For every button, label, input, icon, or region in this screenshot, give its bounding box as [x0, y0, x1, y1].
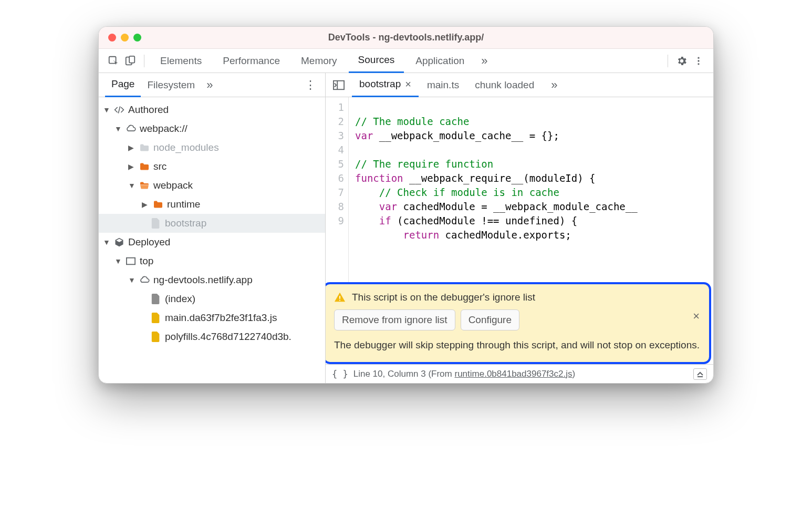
configure-button[interactable]: Configure	[461, 309, 519, 330]
tree-file-main[interactable]: main.da63f7b2fe3f1fa3.js	[99, 308, 325, 327]
tree-top[interactable]: ▼ top	[99, 252, 325, 271]
frame-icon	[125, 257, 137, 265]
tree-webpack-root[interactable]: ▼ webpack://	[99, 119, 325, 138]
tree-node-modules[interactable]: ▶ node_modules	[99, 138, 325, 157]
toolbar-separator	[144, 55, 144, 67]
tab-label: chunk loaded	[475, 79, 534, 91]
tree-label: ng-devtools.netlify.app	[153, 274, 253, 286]
tab-sources[interactable]: Sources	[349, 49, 404, 73]
file-icon	[150, 218, 162, 229]
cursor-position: Line 10, Column 3 (From runtime.0b841bad…	[353, 369, 575, 379]
tree-label: webpack	[153, 180, 193, 191]
tree-label: top	[140, 255, 153, 267]
window-title: DevTools - ng-devtools.netlify.app/	[328, 32, 484, 43]
editor-tabs-overflow-icon[interactable]: »	[551, 78, 557, 92]
tree-file-polyfills[interactable]: polyfills.4c768d7122740d3b.	[99, 327, 325, 346]
code-icon	[113, 105, 125, 115]
svg-rect-7	[334, 80, 344, 89]
tab-memory[interactable]: Memory	[292, 49, 347, 73]
scroll-to-bottom-icon[interactable]	[693, 368, 707, 380]
tree-label: node_modules	[153, 142, 219, 153]
sidebar-tabs-overflow-icon[interactable]: »	[206, 78, 213, 92]
editor-tab-chunk[interactable]: chunk loaded	[467, 73, 542, 97]
banner-body: The debugger will skip stepping through …	[334, 338, 700, 353]
chevron-down-icon: ▼	[114, 257, 122, 265]
toggle-navigator-icon[interactable]	[331, 77, 347, 93]
tree-bootstrap[interactable]: bootstrap	[99, 214, 325, 233]
editor-statusbar: { } Line 10, Column 3 (From runtime.0b84…	[326, 364, 713, 383]
file-tree: ▼ Authored ▼ webpack:// ▶ node_modules ▶	[99, 97, 325, 383]
source-map-link[interactable]: runtime.0b841bad3967f3c2.js	[454, 369, 572, 379]
cloud-icon	[139, 276, 150, 284]
code-content: // The module cache var __webpack_module…	[349, 97, 644, 285]
gear-icon[interactable]	[674, 54, 689, 68]
tab-performance[interactable]: Performance	[213, 49, 289, 73]
tree-file-index[interactable]: (index)	[99, 289, 325, 308]
close-icon[interactable]: ×	[693, 309, 700, 323]
pretty-print-icon[interactable]: { }	[332, 369, 348, 379]
sidebar-more-icon[interactable]: ⋮	[302, 78, 319, 92]
sidebar-tabs: Page Filesystem » ⋮	[99, 73, 325, 97]
chevron-down-icon: ▼	[128, 181, 136, 190]
svg-point-3	[698, 57, 699, 58]
toolbar-separator	[668, 55, 668, 67]
tree-label: src	[153, 161, 166, 172]
tab-label: main.ts	[427, 79, 459, 91]
sidebar-tab-filesystem[interactable]: Filesystem	[141, 73, 201, 97]
device-toggle-icon[interactable]	[123, 54, 138, 68]
ignore-list-banner: This script is on the debugger's ignore …	[326, 282, 711, 365]
tree-label: (index)	[165, 293, 195, 305]
minimize-window-button[interactable]	[121, 34, 129, 42]
editor-tab-bootstrap[interactable]: bootstrap ×	[352, 73, 419, 97]
line-number: 8	[326, 200, 344, 214]
line-number: 6	[326, 171, 344, 185]
chevron-down-icon: ▼	[114, 125, 122, 133]
tabs-overflow-icon[interactable]: »	[481, 54, 487, 68]
inspect-icon[interactable]	[106, 54, 121, 68]
file-js-icon	[150, 332, 162, 342]
svg-point-5	[698, 63, 699, 65]
tree-webpack-folder[interactable]: ▼ webpack	[99, 176, 325, 195]
chevron-down-icon: ▼	[128, 276, 136, 284]
titlebar: DevTools - ng-devtools.netlify.app/	[99, 27, 713, 49]
tree-group-deployed[interactable]: ▼ Deployed	[99, 233, 325, 252]
tree-label: main.da63f7b2fe3f1fa3.js	[165, 312, 277, 324]
tab-elements[interactable]: Elements	[151, 49, 211, 73]
content-area: Page Filesystem » ⋮ ▼ Authored ▼ webpack…	[99, 73, 713, 383]
line-number: 7	[326, 185, 344, 200]
file-js-icon	[150, 313, 162, 323]
editor-tab-main[interactable]: main.ts	[420, 73, 466, 97]
sources-sidebar: Page Filesystem » ⋮ ▼ Authored ▼ webpack…	[99, 73, 326, 383]
line-number: 3	[326, 129, 344, 143]
tree-label: webpack://	[140, 123, 188, 135]
banner-header: This script is on the debugger's ignore …	[334, 292, 700, 303]
chevron-right-icon: ▶	[142, 200, 149, 209]
tree-group-authored[interactable]: ▼ Authored	[99, 100, 325, 119]
tree-host[interactable]: ▼ ng-devtools.netlify.app	[99, 271, 325, 289]
folder-icon	[139, 162, 150, 171]
folder-icon	[152, 200, 164, 209]
code-editor[interactable]: 1 2 3 4 5 6 7 8 9 // The module cache va…	[326, 97, 713, 285]
tree-runtime[interactable]: ▶ runtime	[99, 195, 325, 214]
tab-label: bootstrap	[359, 78, 401, 90]
editor-tabs: bootstrap × main.ts chunk loaded »	[326, 73, 713, 97]
close-window-button[interactable]	[108, 34, 116, 42]
maximize-window-button[interactable]	[133, 34, 141, 42]
line-number: 2	[326, 115, 344, 129]
tab-application[interactable]: Application	[406, 49, 474, 73]
banner-buttons: Remove from ignore list Configure	[334, 309, 700, 330]
sidebar-tab-page[interactable]: Page	[105, 73, 141, 97]
close-icon[interactable]: ×	[405, 78, 411, 90]
package-icon	[113, 237, 125, 247]
more-vert-icon[interactable]	[691, 54, 706, 68]
svg-rect-9	[339, 296, 340, 299]
svg-rect-2	[129, 56, 134, 63]
line-number: 9	[326, 214, 344, 228]
tree-src[interactable]: ▶ src	[99, 157, 325, 176]
devtools-window: DevTools - ng-devtools.netlify.app/ Elem…	[98, 26, 714, 384]
remove-from-ignore-button[interactable]: Remove from ignore list	[334, 309, 455, 330]
folder-open-icon	[139, 181, 150, 190]
chevron-right-icon: ▶	[128, 162, 136, 171]
folder-icon	[139, 143, 150, 152]
banner-title: This script is on the debugger's ignore …	[352, 292, 535, 303]
